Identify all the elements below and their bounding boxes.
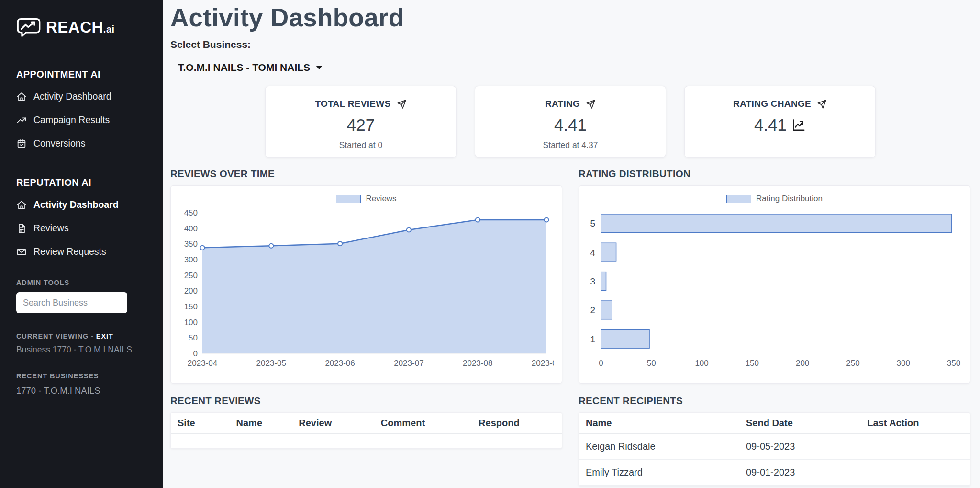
- table-cell: Keigan Ridsdale: [579, 434, 739, 460]
- svg-text:2023-06: 2023-06: [325, 359, 355, 368]
- svg-text:200: 200: [184, 286, 198, 295]
- rating-legend-swatch: [726, 195, 751, 203]
- column-header-comment: Comment: [374, 413, 472, 434]
- column-header-respond: Respond: [472, 413, 562, 434]
- exit-link[interactable]: EXIT: [96, 332, 113, 340]
- recent-recipients-section: RECENT RECIPIENTS NameSend DateLast Acti…: [579, 385, 970, 486]
- line-chart-icon: [791, 118, 806, 132]
- current-viewing-label: CURRENT VIEWING - EXIT: [16, 332, 146, 340]
- page-title: Activity Dashboard: [170, 3, 970, 32]
- svg-text:350: 350: [184, 239, 198, 249]
- sidebar-item-activity-dashboard[interactable]: Activity Dashboard: [16, 193, 146, 216]
- sidebar-item-label: Activity Dashboard: [33, 91, 111, 102]
- sidebar-item-campaign-results[interactable]: Campaign Results: [16, 108, 146, 132]
- brand-name: REACH.ai: [46, 18, 115, 36]
- send-icon: [586, 99, 596, 109]
- table-cell: 09-01-2023: [739, 460, 860, 486]
- reviews-over-time-chart: 0501001502002503003504004502023-042023-0…: [178, 205, 554, 370]
- stat-value-text: 4.41: [554, 115, 587, 135]
- table-cell: Emily Tizzard: [579, 460, 739, 486]
- search-business-input[interactable]: [16, 292, 127, 313]
- svg-text:5: 5: [590, 218, 595, 228]
- svg-text:350: 350: [947, 359, 960, 368]
- sidebar-item-review-requests[interactable]: Review Requests: [16, 240, 146, 263]
- sidebar-item-label: Conversions: [33, 138, 85, 149]
- svg-text:3: 3: [590, 276, 595, 286]
- stat-subtext: Started at 4.37: [475, 140, 666, 150]
- rating-distribution-heading: RATING DISTRIBUTION: [579, 168, 970, 180]
- svg-text:200: 200: [796, 359, 809, 368]
- reach-logo[interactable]: REACH.ai: [16, 16, 146, 38]
- recent-business-item[interactable]: 1770 - T.O.M.I NAILS: [16, 386, 146, 396]
- svg-text:450: 450: [184, 208, 198, 217]
- table-row: Emily Tizzard09-01-2023: [579, 460, 970, 486]
- sidebar-item-reviews[interactable]: Reviews: [16, 216, 146, 240]
- svg-text:400: 400: [184, 224, 198, 233]
- sidebar-item-conversions[interactable]: Conversions: [16, 132, 146, 155]
- stat-value: 427: [266, 115, 456, 135]
- recent-reviews-heading: RECENT REVIEWS: [170, 395, 562, 407]
- svg-text:0: 0: [193, 349, 198, 358]
- chevron-down-icon: [316, 66, 323, 69]
- stat-label: RATING CHANGE: [733, 99, 827, 109]
- reach-logo-icon: [16, 16, 41, 38]
- svg-text:300: 300: [184, 255, 198, 264]
- svg-text:100: 100: [695, 359, 708, 368]
- stat-card-rating: RATING4.41Started at 4.37: [475, 86, 666, 158]
- svg-text:2023-04: 2023-04: [188, 359, 217, 368]
- tables-row: RECENT REVIEWS SiteNameReviewCommentResp…: [170, 385, 970, 486]
- svg-text:100: 100: [184, 318, 198, 327]
- current-viewing-text: CURRENT VIEWING -: [16, 332, 96, 340]
- reviews-legend-label: Reviews: [366, 194, 396, 204]
- reviews-over-time-heading: REVIEWS OVER TIME: [170, 168, 562, 180]
- sidebar-item-activity-dashboard[interactable]: Activity Dashboard: [16, 85, 146, 108]
- column-header-review: Review: [292, 413, 374, 434]
- svg-text:250: 250: [184, 271, 198, 280]
- svg-text:2023-09: 2023-09: [532, 359, 554, 368]
- charts-row: REVIEWS OVER TIME Reviews 05010015020025…: [170, 158, 970, 384]
- stat-card-rating-change: RATING CHANGE4.41: [684, 86, 876, 158]
- admin-tools-label: ADMIN TOOLS: [16, 279, 146, 286]
- document-icon: [16, 223, 27, 234]
- current-business: Business 1770 - T.O.M.I NAILS: [16, 345, 146, 355]
- sidebar-section-title-appointment-ai: APPOINTMENT AI: [16, 69, 146, 80]
- column-header-name: Name: [230, 413, 292, 434]
- rating-legend: Rating Distribution: [587, 193, 962, 205]
- stat-card-total-reviews: TOTAL REVIEWS427Started at 0: [265, 86, 457, 158]
- sidebar: REACH.ai APPOINTMENT AIActivity Dashboar…: [0, 0, 163, 488]
- svg-text:0: 0: [599, 359, 603, 368]
- stat-label-text: RATING: [545, 99, 580, 109]
- svg-text:150: 150: [746, 359, 759, 368]
- app-root: REACH.ai APPOINTMENT AIActivity Dashboar…: [0, 0, 980, 488]
- business-dropdown[interactable]: T.O.M.I NAILS - TOMI NAILS: [178, 62, 323, 73]
- calendar-check-icon: [16, 138, 27, 149]
- rating-distribution-chart: 05010015020025030035054321: [587, 205, 962, 370]
- svg-text:300: 300: [897, 359, 910, 368]
- svg-text:2: 2: [590, 305, 595, 315]
- rating-distribution-card: Rating Distribution 05010015020025030035…: [579, 185, 970, 384]
- sidebar-item-label: Campaign Results: [33, 114, 110, 125]
- svg-text:2023-08: 2023-08: [463, 359, 492, 368]
- recent-businesses-label: RECENT BUSINESSES: [16, 372, 146, 380]
- column-header-send-date: Send Date: [739, 413, 860, 434]
- reviews-over-time-section: REVIEWS OVER TIME Reviews 05010015020025…: [170, 158, 562, 384]
- stat-value: 4.41: [685, 115, 875, 135]
- rating-distribution-section: RATING DISTRIBUTION Rating Distribution …: [579, 158, 970, 384]
- table-cell: 09-05-2023: [739, 434, 860, 460]
- svg-text:2023-05: 2023-05: [256, 359, 286, 368]
- sidebar-section-title-reputation-ai: REPUTATION AI: [16, 177, 146, 188]
- svg-text:4: 4: [590, 248, 595, 258]
- home-icon: [16, 200, 27, 210]
- mail-icon: [16, 247, 27, 257]
- svg-text:50: 50: [189, 333, 198, 342]
- svg-text:1: 1: [590, 334, 595, 344]
- main-content: Activity Dashboard Select Business: T.O.…: [163, 0, 980, 488]
- table-cell: [860, 460, 970, 486]
- stats-row: TOTAL REVIEWS427Started at 0RATING4.41St…: [170, 86, 970, 158]
- recent-recipients-heading: RECENT RECIPIENTS: [579, 395, 970, 407]
- stat-value-text: 427: [347, 115, 375, 135]
- reviews-legend: Reviews: [178, 193, 554, 205]
- stat-label-text: TOTAL REVIEWS: [315, 99, 390, 109]
- stat-value: 4.41: [475, 115, 666, 135]
- home-icon: [16, 91, 27, 102]
